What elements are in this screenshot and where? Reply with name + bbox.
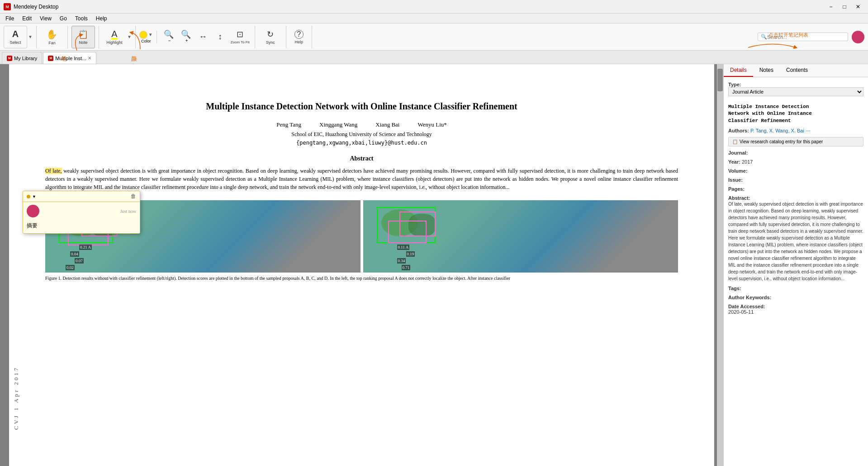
zoom-out-icon: 🔍 bbox=[164, 29, 174, 39]
pdf-content: CVJ 1 Apr 2017 Multiple Instance Detecti… bbox=[9, 64, 714, 466]
menu-go[interactable]: Go bbox=[56, 14, 71, 23]
score-011: 0.11 A bbox=[397, 245, 410, 250]
select-icon: A bbox=[12, 29, 19, 39]
sync-tool-group: ↻ Sync bbox=[259, 26, 286, 48]
menu-file[interactable]: File bbox=[2, 14, 18, 23]
note-user-avatar bbox=[27, 205, 39, 217]
sync-button[interactable]: ↻ Sync bbox=[259, 26, 282, 48]
close-button[interactable]: ✕ bbox=[852, 2, 864, 12]
highlight-tool[interactable]: A Highlight bbox=[103, 26, 126, 48]
sidebar-tab-contents[interactable]: Contents bbox=[780, 64, 814, 77]
fit-width-button[interactable]: ↔ bbox=[195, 26, 211, 48]
color-dropdown[interactable]: ▼ bbox=[148, 32, 153, 37]
menubar: File Edit View Go Tools Help bbox=[0, 14, 868, 24]
help-button[interactable]: ? Help bbox=[290, 26, 308, 48]
select-tool[interactable]: A Select bbox=[4, 26, 27, 48]
abstract-text: Of late, weakly supervised object detect… bbox=[45, 167, 678, 191]
fit-width-icon: ↔ bbox=[199, 32, 207, 42]
color-tool-group: ▼ Color bbox=[139, 31, 157, 43]
toolbar: A Select ▼ ✋ Fan 📋 Note A Highlight ▼ ▼ … bbox=[0, 24, 868, 51]
pdf-scrollbar[interactable] bbox=[717, 64, 723, 466]
tab-close-button[interactable]: ✕ bbox=[88, 56, 91, 61]
paper-affiliation: School of EIC, Huazhong University of Sc… bbox=[45, 131, 678, 138]
date-accessed-value: 2020-05-11 bbox=[728, 309, 863, 315]
type-row: Type: Journal Article bbox=[728, 82, 863, 100]
figure-right: 0.11 A 0.19 0.34 0.71 bbox=[363, 200, 678, 273]
score-021: 0.21 A bbox=[79, 245, 92, 250]
authors-row: Authors: P. Tang, X. Wang, X. Bai ··· bbox=[728, 128, 863, 133]
author-keywords-label: Author Keywords: bbox=[728, 295, 771, 300]
volume-label: Volume: bbox=[728, 168, 748, 174]
highlight-label: Highlight bbox=[106, 40, 122, 45]
paper-authors: Peng Tang Xinggang Wang Xiang Bai Wenyu … bbox=[45, 121, 678, 128]
authors-label: Authors: bbox=[728, 128, 749, 133]
zoom-fit-icon: ⊡ bbox=[237, 29, 243, 39]
note-label: Note bbox=[79, 40, 87, 45]
score-034: 0.34 bbox=[397, 258, 406, 264]
sidebar-tab-details[interactable]: Details bbox=[724, 64, 753, 77]
highlight-tool-group: A Highlight ▼ bbox=[103, 26, 136, 48]
zoom-in-icon: 🔍 bbox=[181, 29, 191, 39]
search-input[interactable] bbox=[767, 34, 845, 40]
sync-icon: ↻ bbox=[267, 29, 274, 39]
fit-height-icon: ↕ bbox=[218, 32, 222, 42]
menu-tools[interactable]: Tools bbox=[71, 14, 91, 23]
catalog-icon: 📋 bbox=[732, 139, 738, 144]
note-content[interactable]: 摘要 bbox=[23, 220, 140, 233]
titlebar: M Mendeley Desktop − □ ✕ bbox=[0, 0, 868, 14]
maximize-button[interactable]: □ bbox=[838, 2, 851, 12]
abstract-label: Abstract: bbox=[728, 195, 863, 201]
fan-tool[interactable]: ✋ Fan bbox=[40, 26, 64, 48]
journal-label: Journal: bbox=[728, 150, 748, 155]
menu-view[interactable]: View bbox=[36, 14, 55, 23]
scrollbar-thumb[interactable] bbox=[717, 69, 723, 91]
search-box: 🔍 bbox=[758, 33, 848, 41]
search-icon: 🔍 bbox=[761, 34, 767, 40]
zoom-out-button[interactable]: 🔍 − bbox=[161, 26, 177, 48]
date-accessed-row: Date Accessed: 2020-05-11 bbox=[728, 304, 863, 315]
pdf-area: CVJ 1 Apr 2017 Multiple Instance Detecti… bbox=[0, 64, 723, 466]
pdf-scroll-container[interactable]: CVJ 1 Apr 2017 Multiple Instance Detecti… bbox=[0, 64, 723, 466]
select-dropdown[interactable]: ▼ bbox=[28, 34, 33, 39]
note-popup-header: ▼ 🗑 bbox=[23, 191, 140, 202]
zoom-in-button[interactable]: 🔍 + bbox=[178, 26, 194, 48]
note-dot-icon bbox=[27, 195, 30, 198]
note-tool-group: 📋 Note bbox=[71, 26, 99, 48]
help-tool-group: ? Help bbox=[290, 26, 312, 48]
tab-paper[interactable]: M Multiple Inst... ✕ bbox=[43, 52, 96, 64]
score-004: 0.04 bbox=[70, 251, 79, 257]
type-select[interactable]: Journal Article bbox=[728, 87, 863, 96]
sidebar: 点击打开笔记列表 Details Notes Contents Type: Jo… bbox=[723, 64, 868, 466]
note-time: Just now bbox=[120, 209, 136, 214]
note-delete-button[interactable]: 🗑 bbox=[131, 193, 136, 200]
issue-label: Issue: bbox=[728, 177, 743, 183]
help-label: Help bbox=[294, 40, 303, 44]
fit-height-button[interactable]: ↕ bbox=[212, 26, 228, 48]
note-tool[interactable]: 📋 Note bbox=[71, 26, 95, 48]
sidebar-paper-title: Multiple Instance Detection Network with… bbox=[728, 104, 863, 124]
zoom-tool-group: 🔍 − 🔍 + ↔ ↕ ⊡ Zoom To Fit bbox=[161, 26, 255, 48]
note-type-dropdown[interactable]: ▼ bbox=[32, 194, 36, 199]
library-tab-icon: M bbox=[7, 56, 12, 61]
sidebar-tab-notes[interactable]: Notes bbox=[753, 64, 780, 77]
abstract-body: weakly supervised object detection is wi… bbox=[45, 168, 678, 190]
menu-help[interactable]: Help bbox=[92, 14, 111, 23]
score-071: 0.71 bbox=[402, 265, 411, 270]
tab-library-label: My Library bbox=[14, 56, 37, 61]
minimize-button[interactable]: − bbox=[825, 2, 837, 12]
user-avatar[interactable] bbox=[852, 31, 864, 43]
pages-row: Pages: bbox=[728, 186, 863, 192]
zoom-fit-label: Zoom To Fit bbox=[231, 40, 250, 44]
color-indicator bbox=[139, 31, 147, 39]
hand-icon: ✋ bbox=[46, 29, 57, 40]
catalog-button[interactable]: 📋 View research catalog entry for this p… bbox=[728, 137, 863, 146]
tab-library[interactable]: M My Library bbox=[2, 52, 42, 64]
menu-edit[interactable]: Edit bbox=[19, 14, 35, 23]
select-tool-group: A Select ▼ bbox=[4, 26, 37, 48]
highlight-dropdown[interactable]: ▼ bbox=[127, 34, 132, 39]
figure-caption: Figure 1. Detection results without/with… bbox=[45, 275, 678, 282]
author-keywords-row: Author Keywords: bbox=[728, 295, 863, 300]
zoom-fit-button[interactable]: ⊡ Zoom To Fit bbox=[229, 26, 251, 48]
authors-value: P. Tang, X. Wang, X. Bai ··· bbox=[750, 128, 810, 133]
pages-label: Pages: bbox=[728, 186, 745, 192]
